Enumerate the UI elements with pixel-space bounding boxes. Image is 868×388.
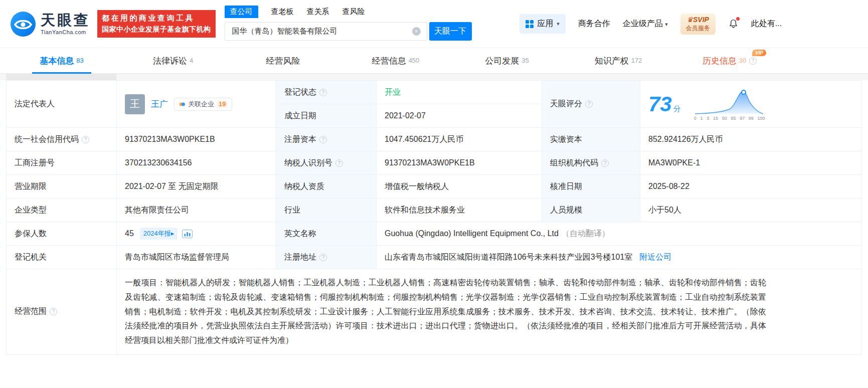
nearby-companies-link[interactable]: 附近公司 xyxy=(639,253,671,261)
field-label: 实缴资本 xyxy=(550,135,582,143)
auto-translate-note: （自动翻译） xyxy=(562,229,610,238)
history-help-icon[interactable]: ? xyxy=(749,57,757,65)
tab-history-info[interactable]: VIP 历史信息 30 ? xyxy=(674,48,785,73)
related-companies-badge[interactable]: 关联企业 19 xyxy=(174,98,232,111)
search-tab-risk[interactable]: 查风险 xyxy=(342,7,365,17)
svip-bottom-line: 会员服务 xyxy=(686,24,710,33)
field-value: 852.924126万人民币 xyxy=(648,135,723,143)
help-icon[interactable]: ? xyxy=(319,254,327,261)
notifications-bell[interactable] xyxy=(728,18,739,30)
field-value: 2025-08-22 xyxy=(648,182,689,190)
chevron-down-icon: ▾ xyxy=(557,21,560,27)
tab-basic-info[interactable]: 基本信息 83 xyxy=(6,48,117,73)
reg-number-value: 370213230634156 xyxy=(117,151,276,175)
related-companies-count: 19 xyxy=(217,100,228,108)
tab-label: 经营风险 xyxy=(266,55,300,67)
field-label: 组织机构代码 xyxy=(550,158,598,167)
help-icon[interactable]: ? xyxy=(585,100,593,108)
tianyancha-eye-icon xyxy=(10,11,36,37)
tick: 99 xyxy=(749,116,754,121)
related-companies-icon xyxy=(179,101,186,108)
score-number: 73分 xyxy=(648,94,681,115)
tab-legal-proceedings[interactable]: 法律诉讼 4 xyxy=(117,48,229,73)
field-label: 天眼评分 xyxy=(550,99,582,108)
menu-enterprise-products[interactable]: 企业级产品 ▾ xyxy=(623,19,668,29)
legal-rep-avatar[interactable]: 王 xyxy=(125,94,145,114)
industry-label: 行业 xyxy=(276,199,377,222)
tick: 50 xyxy=(722,116,727,121)
search-input[interactable] xyxy=(231,27,412,36)
help-icon[interactable]: ? xyxy=(82,136,89,143)
field-label: 英文名称 xyxy=(284,229,316,238)
approval-date-value: 2025-08-22 xyxy=(640,175,862,199)
field-value: 91370213MA3W0PKE1B xyxy=(125,135,215,143)
score-curve xyxy=(694,88,765,115)
search-button[interactable]: 天眼一下 xyxy=(429,22,472,41)
field-value: 370213230634156 xyxy=(125,158,192,167)
tianyan-score-label: 天眼评分? xyxy=(542,81,640,128)
clear-icon[interactable]: × xyxy=(412,27,421,36)
credit-code-value: 91370213MA3W0PKE1B xyxy=(117,128,276,151)
search-box[interactable]: × xyxy=(225,22,427,41)
tianyancha-logo[interactable]: 天眼查 TianYanCha.com xyxy=(10,11,90,37)
search-tab-company[interactable]: 查公司 xyxy=(225,6,258,18)
menu-business-cooperation[interactable]: 商务合作 xyxy=(578,19,610,29)
annual-report-badge[interactable]: 2024年报▸ xyxy=(140,228,178,240)
tab-count: 30 xyxy=(739,57,746,64)
tab-company-development[interactable]: 公司发展 35 xyxy=(451,48,563,73)
help-icon[interactable]: ? xyxy=(50,308,57,315)
reg-number-label: 工商注册号 xyxy=(7,151,117,175)
staff-size-label: 人员规模 xyxy=(542,199,640,222)
business-term-value: 2021-02-07 至 无固定期限 xyxy=(117,175,276,199)
field-label: 人员规模 xyxy=(550,206,582,214)
menu-more-text[interactable]: 此处有... xyxy=(751,19,782,29)
field-label: 行业 xyxy=(284,206,300,214)
table-row: 统一社会信用代码? 91370213MA3W0PKE1B 注册资本? 1047.… xyxy=(7,128,862,151)
field-value: MA3W0PKE-1 xyxy=(648,158,700,167)
search-tab-boss[interactable]: 查老板 xyxy=(271,7,294,17)
table-row: 参保人数 45 2024年报▸ xyxy=(7,222,862,246)
tab-count: 35 xyxy=(522,57,529,64)
company-type-value: 其他有限责任公司 xyxy=(117,199,276,222)
tab-business-info[interactable]: 经营信息 450 xyxy=(340,48,451,73)
field-label: 营业期限 xyxy=(15,182,47,190)
help-icon[interactable]: ? xyxy=(335,159,343,167)
legal-rep-value: 王 王广 关联企业 19 xyxy=(117,81,276,128)
field-label: 统一社会信用代码 xyxy=(15,135,79,143)
field-label: 成立日期 xyxy=(284,111,316,120)
svip-membership-badge[interactable]: ♛SVIP 会员服务 xyxy=(680,14,716,35)
table-row: 工商注册号 370213230634156 纳税人识别号? 91370213MA… xyxy=(7,151,862,175)
field-label: 企业类型 xyxy=(15,206,47,214)
help-icon[interactable]: ? xyxy=(601,159,609,167)
brand-domain: TianYanCha.com xyxy=(41,29,90,35)
field-value: 45 xyxy=(125,229,134,238)
search-tab-relation[interactable]: 查关系 xyxy=(307,7,329,17)
field-value: 2021-02-07 至 无固定期限 xyxy=(125,182,219,190)
help-icon[interactable]: ? xyxy=(319,136,327,143)
insured-trend-chart-icon[interactable] xyxy=(182,230,193,238)
reg-capital-value: 1047.450621万人民币 xyxy=(377,128,542,151)
legal-rep-name-link[interactable]: 王广 xyxy=(151,98,168,110)
tab-count: 4 xyxy=(190,57,193,64)
notification-dot xyxy=(736,17,740,21)
tab-intellectual-property[interactable]: 知识产权 172 xyxy=(563,48,674,73)
vip-tag: VIP xyxy=(752,50,766,56)
field-value: 其他有限责任公司 xyxy=(125,206,189,214)
field-label: 工商注册号 xyxy=(15,158,55,167)
company-type-label: 企业类型 xyxy=(7,199,117,222)
tick: 15 xyxy=(713,116,718,121)
help-icon[interactable]: ? xyxy=(319,89,327,96)
reg-address-label: 注册地址? xyxy=(276,246,377,269)
legal-rep-label: 法定代表人 xyxy=(7,81,117,128)
tab-label: 公司发展 xyxy=(485,55,519,67)
paid-capital-value: 852.924126万人民币 xyxy=(640,128,862,151)
field-label: 核准日期 xyxy=(550,182,582,190)
tab-operating-risk[interactable]: 经营风险 xyxy=(229,48,340,73)
field-value: 1047.450621万人民币 xyxy=(385,135,463,143)
crown-icon: ♛ xyxy=(686,16,693,24)
tick: 0 xyxy=(694,116,697,121)
tab-label: 法律诉讼 xyxy=(153,55,187,67)
score-axis-ticks: 0 1 3 15 50 85 97 99 100 xyxy=(694,116,765,121)
apps-menu-button[interactable]: 应用 ▾ xyxy=(519,14,566,34)
table-row: 登记机关 青岛市城阳区市场监督管理局 注册地址? 山东省青岛市城阳区城阳街道祥阳… xyxy=(7,246,862,269)
